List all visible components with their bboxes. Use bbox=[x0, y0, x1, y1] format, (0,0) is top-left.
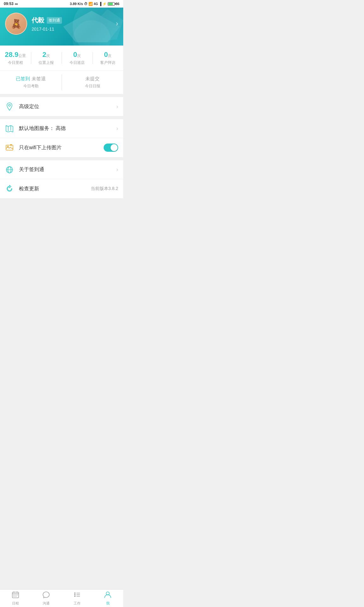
menu-update-text: 检查更新 bbox=[19, 186, 91, 192]
divider-1 bbox=[0, 94, 123, 97]
battery-percent: 86 bbox=[116, 2, 119, 6]
stat-patrol-number: 0 bbox=[73, 51, 77, 58]
menu-group-settings: 默认地图服务： 高德 › 只在wifi下上传图片 bbox=[0, 119, 123, 157]
signal-icon: 4G bbox=[94, 2, 98, 6]
header[interactable]: 🧸 代毅 签到通 2017-01-11 › bbox=[0, 8, 123, 46]
report-label: 今日日报 bbox=[62, 83, 123, 89]
menu-item-location[interactable]: 高级定位 › bbox=[0, 97, 123, 116]
status-icon: ∞ bbox=[15, 1, 18, 6]
menu-map-text: 默认地图服务： 高德 bbox=[19, 125, 116, 132]
avatar: 🧸 bbox=[5, 13, 27, 35]
menu-item-wifi-upload[interactable]: 只在wifi下上传图片 bbox=[0, 138, 123, 157]
app-badge: 签到通 bbox=[47, 17, 62, 24]
divider-2 bbox=[0, 116, 123, 119]
battery-icon bbox=[108, 2, 115, 6]
status-left: 09:53 ∞ bbox=[4, 1, 18, 6]
menu-about-right: › bbox=[116, 166, 118, 173]
refresh-icon bbox=[5, 184, 14, 193]
menu-location-text: 高级定位 bbox=[19, 103, 116, 110]
user-info: 代毅 签到通 2017-01-11 bbox=[32, 16, 116, 32]
menu-group-location: 高级定位 › bbox=[0, 97, 123, 116]
bottom-spacer bbox=[0, 198, 123, 220]
stat-mileage-unit: 公里 bbox=[18, 53, 26, 58]
stat-mileage-number: 28.9 bbox=[5, 51, 18, 58]
attendance-today-label: 今日考勤 bbox=[0, 83, 62, 89]
stat-visit-label: 客户拜访 bbox=[93, 60, 124, 65]
menu-update-right: 当前版本3.8.2 bbox=[91, 186, 118, 192]
stat-visit-number: 0 bbox=[104, 51, 108, 58]
user-name: 代毅 bbox=[32, 16, 44, 25]
attendance-report: 未提交 今日日报 bbox=[62, 71, 123, 94]
menu-location-arrow-icon: › bbox=[116, 103, 118, 110]
signal-bars: ▐ bbox=[99, 2, 101, 6]
stat-patrol-label: 今日巡店 bbox=[62, 60, 93, 65]
menu-map-right: › bbox=[116, 125, 118, 132]
stat-visit: 0次 客户拜访 bbox=[93, 51, 124, 65]
stat-location-number: 2 bbox=[42, 51, 46, 58]
menu-location-right: › bbox=[116, 103, 118, 110]
menu-about-arrow-icon: › bbox=[116, 166, 118, 173]
image-upload-icon bbox=[5, 143, 14, 152]
network-speed: 3.89 K/s bbox=[70, 2, 83, 6]
divider-3 bbox=[0, 157, 123, 160]
menu-item-about[interactable]: 关于签到通 › bbox=[0, 160, 123, 179]
wifi-icon: 📶 bbox=[88, 2, 93, 6]
menu-about-text: 关于签到通 bbox=[19, 166, 116, 173]
attendance-section: 已签到 未签退 今日考勤 未提交 今日日报 bbox=[0, 71, 123, 94]
menu-item-map[interactable]: 默认地图服务： 高德 › bbox=[0, 119, 123, 138]
menu-wifi-upload-text: 只在wifi下上传图片 bbox=[19, 144, 104, 151]
menu-update-version: 当前版本3.8.2 bbox=[91, 186, 118, 192]
globe-icon bbox=[5, 165, 14, 174]
stat-patrol: 0次 今日巡店 bbox=[62, 51, 93, 65]
wifi-upload-toggle[interactable] bbox=[104, 144, 118, 152]
location-pin-icon bbox=[5, 102, 14, 111]
stat-location-label: 位置上报 bbox=[31, 60, 62, 65]
menu-group-about: 关于签到通 › 检查更新 当前版本3.8.2 bbox=[0, 160, 123, 198]
map-icon bbox=[5, 124, 14, 133]
status-right: 3.89 K/s ⏱ 📶 4G ▐ ⚡ 86 bbox=[70, 2, 119, 6]
status-time: 09:53 bbox=[4, 2, 14, 6]
stat-visit-unit: 次 bbox=[108, 53, 112, 58]
menu-item-update[interactable]: 检查更新 当前版本3.8.2 bbox=[0, 179, 123, 198]
stat-mileage: 28.9公里 今日里程 bbox=[0, 51, 31, 65]
menu-wifi-upload-right[interactable] bbox=[104, 144, 118, 152]
status-bar: 09:53 ∞ 3.89 K/s ⏱ 📶 4G ▐ ⚡ 86 bbox=[0, 0, 123, 8]
signed-out-status: 未签退 bbox=[32, 76, 46, 81]
stats-section: 28.9公里 今日里程 2次 位置上报 0次 今日巡店 0次 客户拜访 bbox=[0, 46, 123, 71]
toggle-knob bbox=[111, 144, 118, 151]
clock-icon: ⏱ bbox=[84, 2, 88, 6]
attendance-checkin: 已签到 未签退 今日考勤 bbox=[0, 71, 62, 94]
stat-location-unit: 次 bbox=[46, 53, 50, 58]
signed-in-status: 已签到 bbox=[16, 76, 31, 81]
stat-mileage-label: 今日里程 bbox=[0, 60, 31, 65]
menu-map-arrow-icon: › bbox=[116, 125, 118, 132]
stat-location: 2次 位置上报 bbox=[31, 51, 62, 65]
header-chevron-icon[interactable]: › bbox=[116, 20, 118, 28]
charging-icon: ⚡ bbox=[102, 2, 107, 6]
user-date: 2017-01-11 bbox=[32, 27, 116, 32]
report-status: 未提交 bbox=[62, 76, 123, 82]
svg-point-2 bbox=[9, 104, 10, 106]
stat-patrol-unit: 次 bbox=[77, 53, 81, 58]
